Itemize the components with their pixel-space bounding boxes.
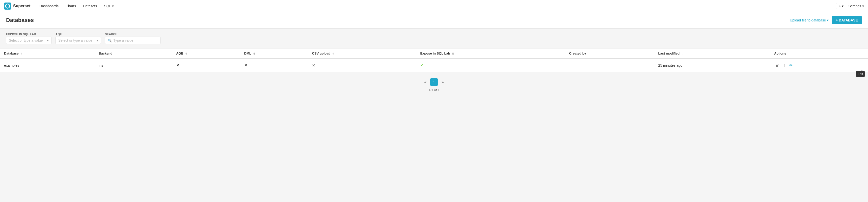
cell-aqe: ✕ bbox=[172, 59, 240, 72]
page-1-button[interactable]: 1 bbox=[430, 78, 438, 86]
page-controls: « 1 » bbox=[422, 78, 446, 86]
search-filter-label: SEARCH bbox=[105, 33, 160, 36]
page-header: Databases Upload file to database ▾ + DA… bbox=[0, 12, 868, 29]
search-filter-group: SEARCH 🔍 bbox=[105, 33, 160, 44]
database-sort-icon: ⇅ bbox=[21, 52, 23, 55]
nav-links: Dashboards Charts Datasets SQL ▾ bbox=[36, 2, 836, 9]
table-body: examples iris ✕ ✕ ✕ ✓ bbox=[0, 59, 868, 72]
aqe-sort-icon: ⇅ bbox=[185, 52, 187, 55]
export-button[interactable]: ↑ bbox=[782, 62, 786, 69]
nav-dashboards[interactable]: Dashboards bbox=[36, 2, 62, 9]
upload-file-button[interactable]: Upload file to database ▾ bbox=[790, 18, 829, 22]
edit-button[interactable]: ✏ bbox=[788, 62, 794, 69]
col-csv-upload[interactable]: CSV upload ⇅ bbox=[308, 49, 416, 59]
pagination: « 1 » 1-1 of 1 bbox=[0, 72, 868, 98]
sql-dropdown-icon: ▾ bbox=[112, 4, 114, 8]
aqe-filter-select[interactable]: Select or type a value ▾ bbox=[56, 37, 101, 44]
col-created-by: Created by bbox=[565, 49, 654, 59]
export-icon: ↑ bbox=[783, 63, 785, 68]
navbar: Superset Dashboards Charts Datasets SQL … bbox=[0, 0, 868, 12]
upload-dropdown-icon: ▾ bbox=[827, 18, 829, 22]
nav-datasets[interactable]: Datasets bbox=[80, 2, 100, 9]
nav-right: + ▾ Settings ▾ bbox=[836, 3, 864, 9]
col-last-modified[interactable]: Last modified ↓ bbox=[654, 49, 770, 59]
cell-backend: iris bbox=[95, 59, 172, 72]
col-expose-sql-lab[interactable]: Expose in SQL Lab ⇅ bbox=[416, 49, 565, 59]
brand-name: Superset bbox=[13, 4, 30, 8]
nav-settings-button[interactable]: Settings ▾ bbox=[848, 4, 864, 8]
table-row: examples iris ✕ ✕ ✕ ✓ bbox=[0, 59, 868, 72]
expose-sort-icon: ⇅ bbox=[452, 52, 454, 55]
settings-dropdown-icon: ▾ bbox=[862, 4, 864, 8]
nav-charts[interactable]: Charts bbox=[63, 2, 79, 9]
col-aqe[interactable]: AQE ⇅ bbox=[172, 49, 240, 59]
col-actions: Actions bbox=[770, 49, 868, 59]
expose-filter-value: Select or type a value bbox=[9, 38, 43, 42]
table-header: Database ⇅ Backend AQE ⇅ DML ⇅ CSV uploa… bbox=[0, 49, 868, 59]
dml-value-icon: ✕ bbox=[244, 63, 248, 67]
search-input[interactable] bbox=[113, 38, 158, 42]
expose-filter-select[interactable]: Select or type a value ▾ bbox=[6, 37, 52, 44]
plus-dropdown-icon: ▾ bbox=[842, 4, 843, 8]
trash-icon: 🗑 bbox=[775, 63, 779, 68]
expose-filter-chevron: ▾ bbox=[47, 38, 49, 42]
cell-last-modified: 25 minutes ago bbox=[654, 59, 770, 72]
brand-logo[interactable]: Superset bbox=[4, 2, 30, 9]
search-icon: 🔍 bbox=[108, 39, 112, 42]
cell-csv-upload: ✕ bbox=[308, 59, 416, 72]
expose-value-icon: ✓ bbox=[420, 63, 424, 67]
nav-sql[interactable]: SQL ▾ bbox=[101, 2, 117, 9]
add-database-button[interactable]: + DATABASE bbox=[832, 16, 862, 24]
aqe-filter-label: AQE bbox=[56, 33, 101, 36]
aqe-filter-chevron: ▾ bbox=[96, 38, 98, 42]
cell-created-by bbox=[565, 59, 654, 72]
csv-sort-icon: ⇅ bbox=[332, 52, 334, 55]
search-input-wrap: 🔍 bbox=[105, 37, 160, 44]
nav-plus-button[interactable]: + ▾ bbox=[836, 3, 846, 9]
aqe-filter-group: AQE Select or type a value ▾ bbox=[56, 33, 101, 44]
filters-bar: EXPOSE IN SQL LAB Select or type a value… bbox=[0, 29, 868, 49]
pagination-info: 1-1 of 1 bbox=[429, 88, 439, 92]
expose-filter-group: EXPOSE IN SQL LAB Select or type a value… bbox=[6, 33, 52, 44]
last-modified-sort-icon: ↓ bbox=[682, 52, 683, 55]
aqe-filter-value: Select or type a value bbox=[58, 38, 92, 42]
aqe-value-icon: ✕ bbox=[176, 63, 179, 67]
header-actions: Upload file to database ▾ + DATABASE bbox=[790, 16, 862, 24]
col-dml[interactable]: DML ⇅ bbox=[240, 49, 308, 59]
edit-tooltip: Edit bbox=[856, 71, 865, 77]
csv-value-icon: ✕ bbox=[312, 63, 315, 67]
next-page-button[interactable]: » bbox=[439, 78, 446, 86]
actions-cell: 🗑 ↑ ✏ Edit bbox=[774, 62, 864, 69]
databases-table: Database ⇅ Backend AQE ⇅ DML ⇅ CSV uploa… bbox=[0, 49, 868, 72]
col-backend: Backend bbox=[95, 49, 172, 59]
page-title: Databases bbox=[6, 17, 34, 24]
prev-page-button[interactable]: « bbox=[422, 78, 429, 86]
edit-icon: ✏ bbox=[789, 63, 793, 68]
delete-button[interactable]: 🗑 bbox=[774, 62, 780, 69]
databases-table-container: Database ⇅ Backend AQE ⇅ DML ⇅ CSV uploa… bbox=[0, 49, 868, 72]
dml-sort-icon: ⇅ bbox=[253, 52, 255, 55]
cell-expose-sql-lab: ✓ bbox=[416, 59, 565, 72]
col-database[interactable]: Database ⇅ bbox=[0, 49, 95, 59]
cell-database: examples bbox=[0, 59, 95, 72]
cell-actions: 🗑 ↑ ✏ Edit bbox=[770, 59, 868, 72]
expose-filter-label: EXPOSE IN SQL LAB bbox=[6, 33, 52, 36]
cell-dml: ✕ bbox=[240, 59, 308, 72]
